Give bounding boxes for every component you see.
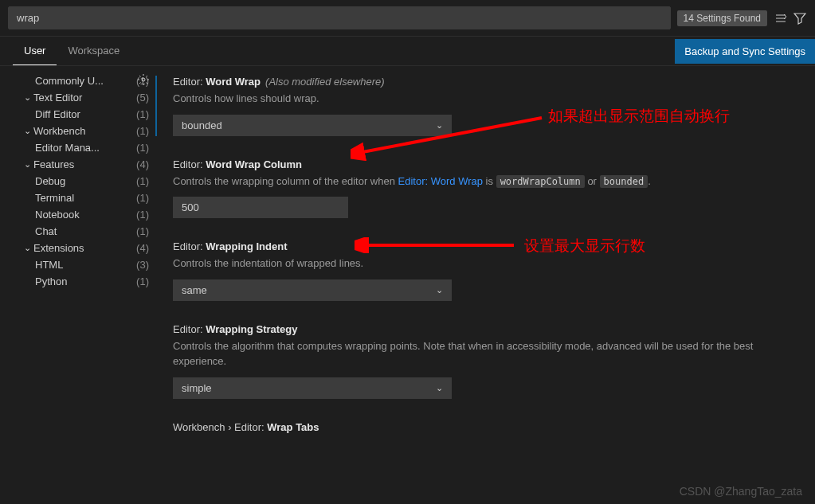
tab-workspace[interactable]: Workspace [57, 37, 131, 65]
settings-sidebar: Commonly U...(1) ⌄Text Editor(5) Diff Ed… [0, 66, 155, 502]
chevron-down-icon: ⌄ [22, 244, 32, 253]
sidebar-item-features[interactable]: ⌄Features(4) [0, 156, 155, 173]
chevron-down-icon: ⌄ [22, 93, 32, 103]
setting-desc: Controls the indentation of wrapped line… [173, 256, 799, 272]
sidebar-item-notebook[interactable]: Notebook(1) [0, 206, 155, 223]
settings-search-input[interactable] [8, 6, 671, 29]
word-wrap-link[interactable]: Editor: Word Wrap [398, 175, 483, 187]
chevron-down-icon: ⌄ [22, 127, 32, 136]
sidebar-item-debug[interactable]: Debug(1) [0, 173, 155, 189]
chevron-down-icon: ⌄ [436, 383, 443, 393]
sidebar-item-terminal[interactable]: Terminal(1) [0, 189, 155, 206]
setting-wrapping-strategy: Editor: Wrapping Strategy Controls the a… [155, 323, 799, 399]
tab-user[interactable]: User [13, 37, 57, 65]
setting-word-wrap-column: Editor: Word Wrap Column Controls the wr… [155, 158, 799, 219]
sidebar-item-html[interactable]: HTML(3) [0, 256, 155, 273]
wrapping-indent-select[interactable]: same⌄ [173, 279, 452, 301]
sidebar-item-editor-management[interactable]: Editor Mana...(1) [0, 139, 155, 156]
sidebar-item-extensions[interactable]: ⌄Extensions(4) [0, 240, 155, 256]
setting-wrap-tabs: Workbench › Editor: Wrap Tabs [155, 421, 799, 433]
sidebar-item-python[interactable]: Python(1) [0, 273, 155, 290]
chevron-down-icon: ⌄ [436, 285, 443, 295]
setting-desc: Controls the wrapping column of the edit… [173, 174, 799, 189]
sidebar-item-chat[interactable]: Chat(1) [0, 223, 155, 240]
word-wrap-column-input[interactable] [173, 197, 348, 218]
sidebar-item-commonly-used[interactable]: Commonly U...(1) [0, 72, 155, 89]
gear-icon[interactable] [136, 72, 151, 87]
sync-settings-button[interactable]: Backup and Sync Settings [675, 39, 815, 64]
sidebar-item-workbench[interactable]: ⌄Workbench(1) [0, 123, 155, 139]
sidebar-item-text-editor[interactable]: ⌄Text Editor(5) [0, 89, 155, 106]
chevron-down-icon: ⌄ [22, 160, 32, 170]
filter-icon[interactable] [793, 11, 807, 25]
settings-main[interactable]: Editor: Word Wrap(Also modified elsewher… [155, 66, 815, 502]
sidebar-item-diff-editor[interactable]: Diff Editor(1) [0, 106, 155, 123]
wrapping-strategy-select[interactable]: simple⌄ [173, 377, 452, 399]
setting-desc: Controls the algorithm that computes wra… [173, 338, 799, 369]
setting-wrapping-indent: Editor: Wrapping Indent Controls the ind… [155, 240, 799, 301]
chevron-down-icon: ⌄ [436, 120, 443, 131]
settings-found-badge: 14 Settings Found [677, 10, 767, 26]
watermark: CSDN @ZhangTao_zata [680, 485, 802, 498]
setting-word-wrap: Editor: Word Wrap(Also modified elsewher… [155, 76, 799, 136]
clear-search-icon[interactable] [774, 11, 788, 25]
setting-desc: Controls how lines should wrap. [173, 91, 799, 107]
svg-point-0 [142, 78, 145, 81]
word-wrap-select[interactable]: bounded⌄ [173, 115, 452, 136]
